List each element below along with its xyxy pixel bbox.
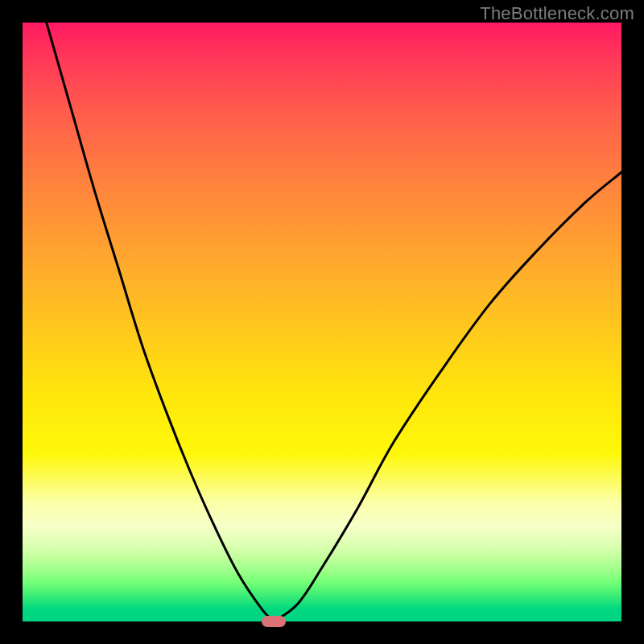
watermark-text: TheBottleneck.com	[480, 3, 634, 24]
optimum-marker	[262, 616, 286, 627]
bottleneck-curve	[23, 23, 621, 621]
plot-area	[23, 23, 621, 621]
figure-root: TheBottleneck.com	[0, 0, 644, 644]
